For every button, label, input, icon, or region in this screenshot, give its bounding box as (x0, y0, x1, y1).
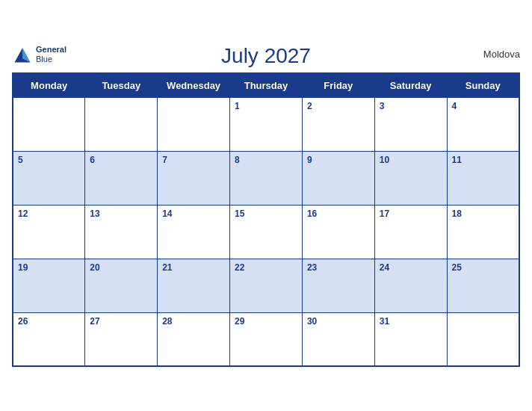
calendar-day-cell: 27 (85, 312, 158, 366)
weekday-thursday: Thursday (230, 73, 303, 98)
day-number: 29 (235, 316, 244, 327)
calendar-day-cell (85, 97, 158, 151)
calendar-day-cell: 3 (374, 97, 447, 151)
calendar-week-row: 12131415161718 (13, 205, 519, 259)
day-number: 12 (18, 208, 28, 219)
weekday-saturday: Saturday (374, 73, 447, 98)
day-number: 4 (452, 101, 457, 111)
calendar-day-cell (447, 312, 519, 366)
calendar-day-cell: 31 (374, 312, 447, 366)
calendar-day-cell: 11 (447, 151, 519, 205)
calendar-table: Monday Tuesday Wednesday Thursday Friday… (12, 72, 520, 368)
calendar-day-cell: 13 (85, 205, 158, 259)
calendar-day-cell: 21 (158, 259, 230, 312)
day-number: 30 (307, 316, 317, 327)
calendar-day-cell: 10 (374, 151, 447, 205)
day-number: 11 (452, 155, 462, 165)
day-number: 17 (380, 208, 389, 219)
weekday-monday: Monday (13, 73, 85, 98)
day-number: 10 (380, 155, 389, 165)
calendar-day-cell: 9 (302, 151, 374, 205)
day-number: 24 (380, 262, 389, 273)
day-number: 2 (307, 101, 312, 111)
calendar-day-cell: 22 (230, 259, 303, 312)
weekday-header-row: Monday Tuesday Wednesday Thursday Friday… (13, 73, 519, 98)
calendar-body: 1234567891011121314151617181920212223242… (13, 97, 519, 366)
calendar-day-cell: 1 (230, 97, 303, 151)
calendar-day-cell (158, 97, 230, 151)
logo-area: General Blue (12, 44, 66, 65)
day-number: 3 (380, 101, 385, 111)
calendar-day-cell: 7 (158, 151, 230, 205)
day-number: 27 (90, 316, 99, 327)
day-number: 15 (235, 208, 244, 219)
calendar-day-cell: 17 (374, 205, 447, 259)
day-number: 6 (90, 155, 95, 165)
calendar-day-cell: 30 (302, 312, 374, 366)
calendar-day-cell: 24 (374, 259, 447, 312)
calendar-day-cell: 26 (13, 312, 85, 366)
day-number: 9 (307, 155, 312, 165)
day-number: 18 (452, 208, 462, 219)
day-number: 20 (90, 262, 99, 273)
day-number: 23 (307, 262, 317, 273)
calendar-day-cell: 23 (302, 259, 374, 312)
calendar-day-cell: 14 (158, 205, 230, 259)
calendar-week-row: 567891011 (13, 151, 519, 205)
logo-line2: Blue (36, 55, 66, 64)
day-number: 16 (307, 208, 317, 219)
calendar-day-cell: 8 (230, 151, 303, 205)
calendar-day-cell: 16 (302, 205, 374, 259)
day-number: 26 (18, 316, 28, 327)
day-number: 5 (18, 155, 23, 165)
logo-line1: General (36, 45, 66, 55)
calendar-day-cell: 28 (158, 312, 230, 366)
calendar-week-row: 262728293031 (13, 312, 519, 366)
country-label: Moldova (483, 49, 520, 60)
logo-text: General Blue (36, 45, 66, 64)
calendar-title: July 2027 (221, 44, 311, 68)
calendar-day-cell: 18 (447, 205, 519, 259)
weekday-wednesday: Wednesday (158, 73, 230, 98)
calendar-day-cell: 15 (230, 205, 303, 259)
calendar-day-cell: 19 (13, 259, 85, 312)
day-number: 28 (162, 316, 172, 327)
day-number: 7 (162, 155, 167, 165)
calendar-day-cell: 12 (13, 205, 85, 259)
calendar-container: General Blue July 2027 Moldova Monday Tu… (12, 44, 520, 368)
weekday-sunday: Sunday (447, 73, 519, 98)
calendar-week-row: 1234 (13, 97, 519, 151)
day-number: 8 (235, 155, 240, 165)
calendar-day-cell: 29 (230, 312, 303, 366)
day-number: 25 (452, 262, 462, 273)
calendar-day-cell: 20 (85, 259, 158, 312)
calendar-day-cell (13, 97, 85, 151)
calendar-day-cell: 25 (447, 259, 519, 312)
day-number: 14 (162, 208, 172, 219)
calendar-day-cell: 4 (447, 97, 519, 151)
day-number: 22 (235, 262, 244, 273)
weekday-friday: Friday (302, 73, 374, 98)
day-number: 21 (162, 262, 172, 273)
day-number: 31 (380, 316, 389, 327)
calendar-header: General Blue July 2027 Moldova (12, 44, 520, 68)
calendar-week-row: 19202122232425 (13, 259, 519, 312)
calendar-day-cell: 6 (85, 151, 158, 205)
day-number: 13 (90, 208, 99, 219)
day-number: 19 (18, 262, 28, 273)
day-number: 1 (235, 101, 240, 111)
calendar-day-cell: 2 (302, 97, 374, 151)
logo-icon (12, 44, 33, 65)
weekday-tuesday: Tuesday (85, 73, 158, 98)
calendar-day-cell: 5 (13, 151, 85, 205)
